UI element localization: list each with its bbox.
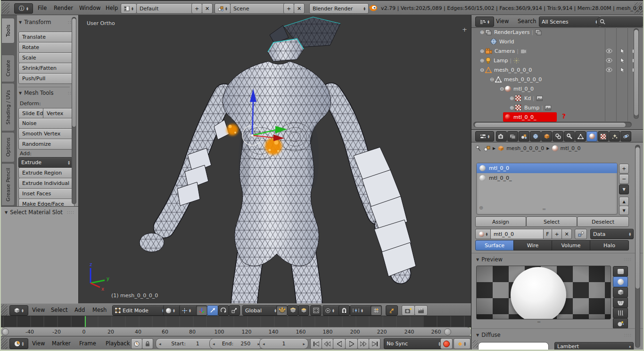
corner-grip[interactable]: [635, 2, 642, 14]
jump-to-end-button[interactable]: [369, 338, 380, 349]
tab-material[interactable]: [586, 131, 597, 142]
outliner-row-material-broken[interactable]: mtl_0_0_: [503, 112, 557, 122]
manipulator-rotate-button[interactable]: [218, 305, 229, 316]
scene-context-icon[interactable]: [484, 146, 490, 151]
play-button[interactable]: [345, 338, 358, 349]
layout-name-field[interactable]: Default: [136, 3, 198, 14]
tab-render[interactable]: [496, 131, 507, 142]
snap-peel-button[interactable]: [386, 305, 398, 316]
menu-search[interactable]: Search: [515, 18, 539, 25]
slot-move-up-button[interactable]: ▲: [619, 197, 629, 206]
assign-button[interactable]: Assign: [475, 217, 526, 227]
material-slot-item-selected[interactable]: mtl_0_0: [477, 163, 617, 173]
search-input[interactable]: [597, 17, 644, 27]
object-context-icon[interactable]: [498, 145, 504, 151]
outliner-row-texture-bump[interactable]: ⊕ Bump |: [509, 103, 641, 112]
scene-icon-button[interactable]: ▲▼: [215, 3, 231, 14]
material-browse-button[interactable]: ▲▼: [475, 229, 491, 239]
menu-view[interactable]: View: [493, 18, 512, 25]
breadcrumb-material[interactable]: mtl_0_0: [561, 145, 581, 151]
viewport-canvas[interactable]: z y x: [78, 15, 471, 303]
current-frame-field[interactable]: ◂ 1 ▸: [259, 338, 308, 349]
eye-icon[interactable]: [606, 58, 612, 63]
collapse-icon[interactable]: ⊖: [499, 86, 505, 92]
menu-frame[interactable]: Frame: [76, 340, 99, 347]
expand-icon[interactable]: ⊕: [509, 95, 515, 101]
shelf-tab-shading-uvs[interactable]: Shading / UVs: [2, 83, 15, 131]
fake-user-button[interactable]: F: [543, 229, 552, 239]
menu-playback[interactable]: Playback: [103, 340, 132, 347]
panel-drag-dots-icon[interactable]: ::::: [624, 257, 632, 262]
eye-icon[interactable]: [606, 49, 612, 53]
editor-type-button[interactable]: ▲▼: [475, 17, 494, 27]
edge-select-mode-button[interactable]: [287, 305, 298, 316]
tab-constraints[interactable]: [553, 131, 563, 142]
material-slot-list[interactable]: mtl_0_0 mtl_0_0_ ⊕ ═: [476, 163, 618, 215]
snap-toggle-button[interactable]: [339, 305, 350, 316]
outliner-row-camera[interactable]: ⊕ Camera |: [479, 46, 611, 56]
outliner-row-world[interactable]: World: [490, 37, 622, 46]
tab-particles[interactable]: [609, 131, 620, 142]
vertex-slide-button[interactable]: Vertex: [43, 108, 74, 119]
preview-resize-grip[interactable]: ═: [537, 319, 541, 325]
outliner-row-material[interactable]: ⊖ mtl_0_0: [499, 84, 631, 93]
ruler-end-knob[interactable]: [2, 328, 9, 335]
panel-header-transform[interactable]: ▼ Transform::::: [19, 19, 75, 25]
slot-specials-menu[interactable]: ▼: [619, 184, 629, 194]
menu-render[interactable]: Render: [51, 5, 76, 11]
corner-grip[interactable]: [1, 304, 8, 316]
material-context-icon[interactable]: [552, 145, 558, 151]
scene-delete-button[interactable]: ✕: [294, 3, 305, 14]
cursor-select-icon[interactable]: [620, 58, 625, 63]
preview-sphere-button[interactable]: [613, 276, 628, 287]
tab-object[interactable]: [541, 131, 552, 142]
menu-help[interactable]: Help: [103, 5, 121, 11]
tab-scene[interactable]: [519, 131, 529, 142]
eye-icon[interactable]: [606, 67, 612, 72]
deselect-button[interactable]: Deselect: [577, 217, 629, 227]
tab-texture[interactable]: [598, 131, 609, 142]
collapse-icon[interactable]: ⊖: [479, 67, 485, 73]
panel-drag-dots-icon[interactable]: ::::: [67, 210, 74, 215]
record-button[interactable]: [440, 338, 453, 349]
extrude-region-button[interactable]: Extrude Region: [18, 167, 74, 178]
rotate-button[interactable]: Rotate: [18, 42, 74, 53]
shelf-tab-grease-pencil[interactable]: Grease Pencil: [2, 163, 15, 206]
push-pull-button[interactable]: Push/Pull: [18, 73, 74, 84]
panel-drag-dots-icon[interactable]: ::::: [624, 333, 632, 337]
outliner-vertical-scrollbar[interactable]: [634, 28, 639, 119]
keying-set-select[interactable]: ◆ ▲▼: [454, 338, 471, 349]
preview-cube-button[interactable]: [613, 287, 628, 298]
editor-type-button[interactable]: ⓘ ▲▼: [14, 3, 33, 14]
next-keyframe-button[interactable]: [357, 338, 369, 349]
tab-modifiers[interactable]: [564, 131, 575, 142]
editor-type-button[interactable]: ▲▼: [9, 338, 28, 349]
outliner-row-mesh-data[interactable]: ⊖ mesh_0_0_0_0: [489, 75, 621, 84]
render-engine-select[interactable]: Blender Render ▲▼: [309, 3, 369, 14]
lock-time-button[interactable]: [142, 338, 153, 349]
list-resize-grip[interactable]: ═: [543, 207, 546, 212]
list-filter-expand-icon[interactable]: ⊕: [479, 205, 483, 211]
select-button[interactable]: Select: [526, 217, 577, 227]
slot-remove-button[interactable]: −: [619, 174, 629, 184]
type-surface-button[interactable]: Surface: [475, 240, 514, 251]
display-mode-select[interactable]: All Scenes ▲▼: [539, 17, 600, 27]
face-select-mode-button[interactable]: [298, 305, 309, 316]
type-wire-button[interactable]: Wire: [513, 240, 552, 251]
extrude-individual-button[interactable]: Extrude Individual: [18, 178, 74, 189]
pin-icon[interactable]: [475, 145, 481, 151]
ruler-end-knob[interactable]: [444, 328, 451, 335]
properties-shelf-expand-icon[interactable]: +: [462, 26, 467, 33]
shelf-tab-create[interactable]: Create: [2, 55, 15, 82]
inset-faces-button[interactable]: Inset Faces: [18, 188, 74, 199]
decrement-arrow-icon[interactable]: ◂: [263, 342, 265, 346]
collapse-icon[interactable]: ⊖: [489, 76, 495, 83]
scene-name-field[interactable]: Scene: [230, 3, 289, 14]
layout-icon-button[interactable]: ▲▼: [121, 3, 137, 14]
noise-button[interactable]: Noise: [18, 118, 74, 129]
cursor-select-icon[interactable]: [620, 48, 625, 54]
slot-add-button[interactable]: +: [619, 164, 629, 174]
corner-grip[interactable]: [1, 337, 8, 349]
menu-add[interactable]: Add: [72, 307, 88, 313]
make-edge-face-button[interactable]: Make Edge/Face: [18, 199, 74, 206]
